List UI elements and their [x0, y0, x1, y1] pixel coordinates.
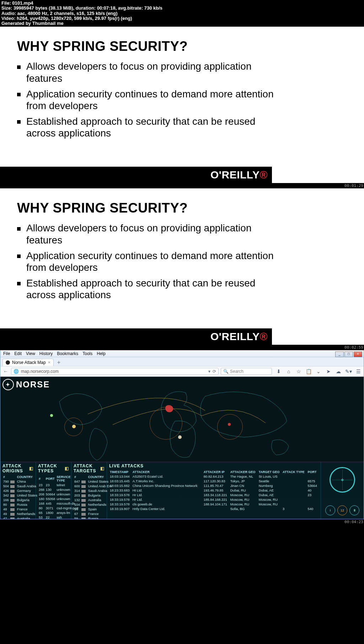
- panel-controls: ✥ i 12 ⏸: [321, 462, 364, 519]
- slide-bullet: Established approach to security that ca…: [17, 116, 282, 139]
- back-button[interactable]: ←: [2, 368, 9, 375]
- data-panels: ATTACK ORIGINS◧ #COUNTRY 790China504Saud…: [0, 462, 364, 519]
- chat-icon[interactable]: ☁: [335, 368, 342, 375]
- meta-size: Size: 39985947 bytes (38.13 MiB), durati…: [1, 6, 363, 11]
- brush-icon[interactable]: ✎▾: [345, 368, 352, 375]
- menu-help[interactable]: Help: [97, 351, 106, 356]
- new-tab-button[interactable]: +: [56, 359, 62, 366]
- brand-bar: O'REILLY®: [0, 328, 272, 345]
- panel-title: ATTACK TARGETS: [74, 463, 98, 473]
- meta-generated: Generated by Thumbnail me: [1, 21, 363, 26]
- menu-bookmarks[interactable]: Bookmarks: [57, 351, 78, 356]
- minimize-button[interactable]: _: [335, 351, 344, 357]
- oreilly-logo: O'REILLY®: [210, 169, 268, 181]
- panel-title: ATTACK ORIGINS: [2, 463, 27, 473]
- tab-title: Norse Attack Map: [12, 360, 46, 365]
- globe-icon: 🌐: [14, 369, 19, 374]
- send-icon[interactable]: ➤: [325, 368, 332, 375]
- counter-badge: 12: [337, 505, 347, 515]
- video-metadata-header: File: 0101.mp4 Size: 39985947 bytes (38.…: [0, 0, 364, 27]
- panel-attack-origins: ATTACK ORIGINS◧ #COUNTRY 790China504Saud…: [0, 462, 36, 519]
- menu-file[interactable]: File: [3, 351, 10, 356]
- panel-attack-targets: ATTACK TARGETS◧ #COUNTRY 847United State…: [71, 462, 107, 519]
- clipboard-icon[interactable]: 📋: [305, 368, 312, 375]
- search-placeholder: Search: [230, 369, 243, 374]
- window-controls: _ □ ✕: [335, 351, 362, 357]
- dropdown-icon[interactable]: ▾: [208, 369, 210, 374]
- thumbnail-1-slide: WHY SPRING SECURITY? Allows developers t…: [0, 27, 364, 183]
- bookmark-star-icon[interactable]: ☆: [295, 368, 302, 375]
- hamburger-menu-icon[interactable]: ☰: [355, 368, 362, 375]
- chart-icon[interactable]: ◧: [100, 466, 105, 471]
- slide-bullet: Application security continues to demand…: [17, 250, 282, 274]
- panel-title: LIVE ATTACKS: [109, 463, 144, 468]
- panel-live-attacks: LIVE ATTACKS TIMESTAMPATTACKERATTACKER I…: [107, 462, 321, 519]
- meta-video: Video: h264, yuv420p, 1280x720, 599 kb/s…: [1, 16, 363, 21]
- thumbnail-3-browser: File Edit View History Bookmarks Tools H…: [0, 350, 364, 519]
- search-icon: 🔍: [223, 369, 229, 374]
- slide-bullet-list: Allows developers to focus on providing …: [17, 60, 347, 139]
- slide-bullet-list: Allows developers to focus on providing …: [17, 222, 347, 301]
- slide-title: WHY SPRING SECURITY?: [17, 200, 347, 216]
- menu-edit[interactable]: Edit: [14, 351, 22, 356]
- browser-toolbar: ← 🌐 map.norsecorp.com ▾ ⟳ 🔍 Search ⬇ ⌂ ☆…: [0, 366, 364, 377]
- tab-close-icon[interactable]: ×: [48, 360, 50, 365]
- browser-tab[interactable]: Norse Attack Map ×: [2, 359, 54, 366]
- tab-favicon: [6, 360, 10, 365]
- search-box[interactable]: 🔍 Search: [221, 368, 272, 375]
- thumbnail-grid: WHY SPRING SECURITY? Allows developers t…: [0, 27, 364, 525]
- browser-menubar: File Edit View History Bookmarks Tools H…: [0, 350, 364, 357]
- pocket-icon[interactable]: ⌄: [315, 368, 322, 375]
- address-bar[interactable]: 🌐 map.norsecorp.com ▾ ⟳: [11, 368, 219, 375]
- thumbnail-2-slide: WHY SPRING SECURITY? Allows developers t…: [0, 188, 364, 345]
- reload-button[interactable]: ⟳: [213, 369, 216, 374]
- pause-button[interactable]: ⏸: [349, 505, 359, 515]
- menu-history[interactable]: History: [39, 351, 53, 356]
- panel-title: ATTACK TYPES: [38, 463, 63, 473]
- url-text: map.norsecorp.com: [21, 369, 59, 374]
- home-icon[interactable]: ⌂: [285, 368, 292, 375]
- norse-attack-map-page: ✦ NORSE: [0, 377, 364, 519]
- oreilly-logo: O'REILLY®: [210, 331, 268, 343]
- info-button[interactable]: i: [325, 505, 335, 515]
- thumbnail-3-timecode: 00:04:23: [0, 519, 364, 525]
- panel-attack-types: ATTACK TYPES◧ #PORTSERVICE TYPE 2323teln…: [36, 462, 71, 519]
- tab-strip: Norse Attack Map × +: [0, 357, 364, 366]
- chart-icon[interactable]: ◧: [29, 466, 33, 471]
- downloads-icon[interactable]: ⬇: [275, 368, 282, 375]
- menu-view[interactable]: View: [26, 351, 35, 356]
- meta-file: File: 0101.mp4: [1, 1, 363, 6]
- close-button[interactable]: ✕: [354, 351, 362, 357]
- chart-icon[interactable]: ◧: [65, 466, 69, 471]
- meta-audio: Audio: aac, 48000 Hz, 2 channels, s16, 1…: [1, 11, 363, 16]
- slide-bullet: Allows developers to focus on providing …: [17, 222, 282, 246]
- map-compass-control[interactable]: ✥: [330, 467, 355, 493]
- thumbnail-2-timecode: 00:02:59: [0, 345, 364, 350]
- brand-bar: O'REILLY®: [0, 167, 272, 183]
- slide-bullet: Allows developers to focus on providing …: [17, 60, 282, 84]
- slide-bullet: Established approach to security that ca…: [17, 277, 282, 301]
- slide-title: WHY SPRING SECURITY?: [17, 39, 347, 54]
- thumbnail-1-timecode: 00:01:29: [0, 183, 364, 188]
- slide-bullet: Application security continues to demand…: [17, 88, 282, 112]
- maximize-button[interactable]: □: [344, 351, 353, 357]
- menu-tools[interactable]: Tools: [82, 351, 92, 356]
